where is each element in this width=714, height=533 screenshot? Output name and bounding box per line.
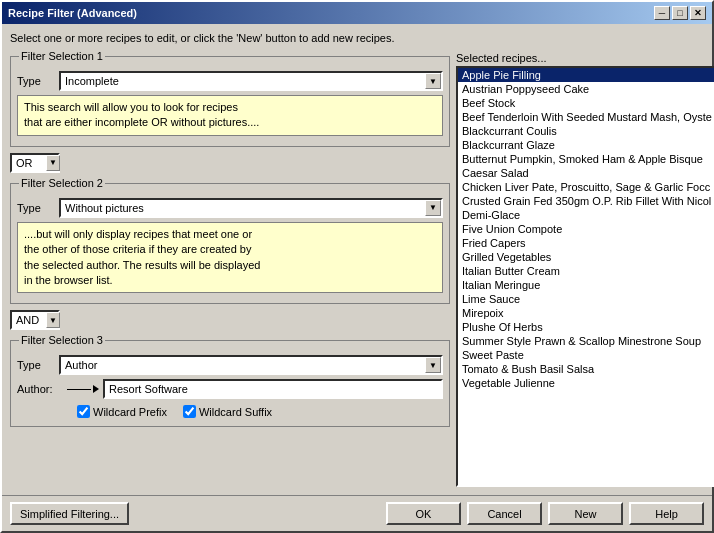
main-window: Recipe Filter (Advanced) ─ □ ✕ Select on… — [0, 0, 714, 533]
window-body: Select one or more recipes to edit, or c… — [2, 24, 712, 495]
wildcard-prefix-checkbox[interactable] — [77, 405, 90, 418]
selected-recipes-label: Selected recipes... — [456, 52, 714, 64]
filter-2-label: Filter Selection 2 — [19, 177, 105, 189]
filter-1-tooltip-text: This search will allow you to look for r… — [24, 101, 259, 128]
list-item[interactable]: Crusted Grain Fed 350gm O.P. Rib Fillet … — [458, 194, 714, 208]
list-item[interactable]: Grilled Vegetables — [458, 250, 714, 264]
operator-2-select[interactable]: AND OR NOT — [10, 310, 60, 330]
left-panel: Filter Selection 1 Type Incomplete Witho… — [10, 52, 450, 487]
list-item[interactable]: Plushe Of Herbs — [458, 320, 714, 334]
list-item[interactable]: Beef Stock — [458, 96, 714, 110]
list-item[interactable]: Blackcurrant Glaze — [458, 138, 714, 152]
title-bar-controls: ─ □ ✕ — [654, 6, 706, 20]
minimize-button[interactable]: ─ — [654, 6, 670, 20]
operator-1-row: OR AND NOT ▼ — [10, 153, 450, 173]
window-title: Recipe Filter (Advanced) — [8, 7, 137, 19]
simplified-filtering-button[interactable]: Simplified Filtering... — [10, 502, 129, 525]
filter-2-type-label: Type — [17, 202, 55, 214]
main-content: Filter Selection 1 Type Incomplete Witho… — [10, 52, 704, 487]
wildcard-suffix-label: Wildcard Suffix — [183, 405, 272, 418]
new-button[interactable]: New — [548, 502, 623, 525]
filter-3-label: Filter Selection 3 — [19, 334, 105, 346]
close-button[interactable]: ✕ — [690, 6, 706, 20]
list-item[interactable]: Butternut Pumpkin, Smoked Ham & Apple Bi… — [458, 152, 714, 166]
author-arrow-tip-icon — [93, 385, 99, 393]
selected-recipes-listbox[interactable]: Apple Pie FillingAustrian Poppyseed Cake… — [456, 66, 714, 487]
wildcard-row: Wildcard Prefix Wildcard Suffix — [77, 405, 443, 418]
list-item[interactable]: Beef Tenderloin With Seeded Mustard Mash… — [458, 110, 714, 124]
filter-1-type-label: Type — [17, 75, 55, 87]
list-item[interactable]: Italian Meringue — [458, 278, 714, 292]
list-item[interactable]: Summer Style Prawn & Scallop Minestrone … — [458, 334, 714, 348]
operator-2-row: AND OR NOT ▼ — [10, 310, 450, 330]
list-item[interactable]: Blackcurrant Coulis — [458, 124, 714, 138]
list-item[interactable]: Lime Sauce — [458, 292, 714, 306]
filter-2-tooltip-text: ....but will only display recipes that m… — [24, 228, 260, 286]
list-item[interactable]: Sweet Paste — [458, 348, 714, 362]
wildcard-prefix-label: Wildcard Prefix — [77, 405, 167, 418]
bottom-bar: Simplified Filtering... OK Cancel New He… — [2, 495, 712, 531]
author-row: Author: — [17, 379, 443, 399]
title-bar: Recipe Filter (Advanced) ─ □ ✕ — [2, 2, 712, 24]
list-item[interactable]: Apple Pie Filling — [458, 68, 714, 82]
filter-2-type-row: Type Without pictures Incomplete Author … — [17, 198, 443, 218]
operator-1-select[interactable]: OR AND NOT — [10, 153, 60, 173]
author-input[interactable] — [103, 379, 443, 399]
filter-1-type-select-wrapper: Incomplete Without pictures Author ▼ — [59, 71, 443, 91]
ok-button[interactable]: OK — [386, 502, 461, 525]
wildcard-suffix-checkbox[interactable] — [183, 405, 196, 418]
filter-2-tooltip: ....but will only display recipes that m… — [17, 222, 443, 294]
filter-3-type-row: Type Author Incomplete Without pictures … — [17, 355, 443, 375]
instruction-text: Select one or more recipes to edit, or c… — [10, 32, 704, 44]
list-item[interactable]: Tomato & Bush Basil Salsa — [458, 362, 714, 376]
right-panel: Selected recipes... Apple Pie FillingAus… — [456, 52, 714, 487]
filter-3-type-select-wrapper: Author Incomplete Without pictures ▼ — [59, 355, 443, 375]
author-arrow-line — [67, 389, 91, 390]
filter-selection-1: Filter Selection 1 Type Incomplete Witho… — [10, 56, 450, 147]
filter-1-type-row: Type Incomplete Without pictures Author … — [17, 71, 443, 91]
bottom-right-buttons: OK Cancel New Help — [386, 502, 704, 525]
list-item[interactable]: Austrian Poppyseed Cake — [458, 82, 714, 96]
operator-1-wrapper: OR AND NOT ▼ — [10, 153, 60, 173]
help-button[interactable]: Help — [629, 502, 704, 525]
filter-selection-3: Filter Selection 3 Type Author Incomplet… — [10, 340, 450, 427]
list-item[interactable]: Caesar Salad — [458, 166, 714, 180]
filter-selection-2: Filter Selection 2 Type Without pictures… — [10, 183, 450, 305]
filter-3-type-select[interactable]: Author Incomplete Without pictures — [59, 355, 443, 375]
cancel-button[interactable]: Cancel — [467, 502, 542, 525]
operator-2-wrapper: AND OR NOT ▼ — [10, 310, 60, 330]
list-item[interactable]: Vegetable Julienne — [458, 376, 714, 390]
list-item[interactable]: Italian Butter Cream — [458, 264, 714, 278]
wildcard-prefix-text: Wildcard Prefix — [93, 406, 167, 418]
filter-3-type-label: Type — [17, 359, 55, 371]
list-item[interactable]: Demi-Glace — [458, 208, 714, 222]
filter-1-tooltip: This search will allow you to look for r… — [17, 95, 443, 136]
filter-1-type-select[interactable]: Incomplete Without pictures Author — [59, 71, 443, 91]
filter-2-type-select[interactable]: Without pictures Incomplete Author — [59, 198, 443, 218]
list-item[interactable]: Five Union Compote — [458, 222, 714, 236]
maximize-button[interactable]: □ — [672, 6, 688, 20]
list-item[interactable]: Chicken Liver Pate, Proscuitto, Sage & G… — [458, 180, 714, 194]
filter-1-label: Filter Selection 1 — [19, 50, 105, 62]
filter-2-type-select-wrapper: Without pictures Incomplete Author ▼ — [59, 198, 443, 218]
wildcard-suffix-text: Wildcard Suffix — [199, 406, 272, 418]
list-item[interactable]: Fried Capers — [458, 236, 714, 250]
author-label: Author: — [17, 383, 61, 395]
list-item[interactable]: Mirepoix — [458, 306, 714, 320]
